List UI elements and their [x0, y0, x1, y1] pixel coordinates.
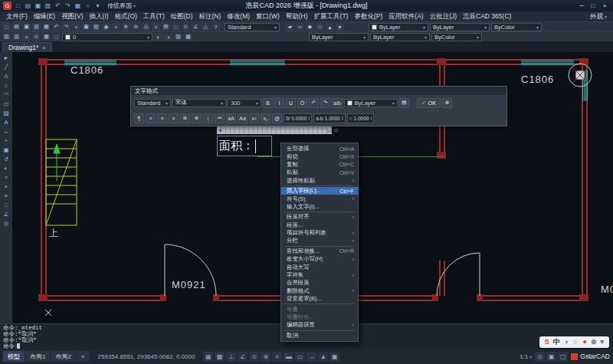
- scale-dropdown[interactable]: 1:1: [520, 353, 532, 360]
- layer-color-dropdown[interactable]: ByLayer: [309, 33, 369, 41]
- context-menu-item-12[interactable]: 段落...: [281, 221, 358, 229]
- osnap-toggle[interactable]: ⊙: [249, 352, 259, 362]
- copy-tool-icon[interactable]: ▣: [2, 146, 11, 154]
- context-menu-item-17[interactable]: 改变大小写(H)›: [281, 255, 358, 263]
- offset-tool-icon[interactable]: ≈: [2, 173, 11, 182]
- ruler-width-handle[interactable]: ▻: [327, 128, 331, 133]
- bold-button[interactable]: B: [263, 98, 273, 108]
- context-menu-item-7[interactable]: 插入字段(L)...Ctrl+F: [281, 187, 358, 195]
- context-menu-item-28[interactable]: 取消: [281, 332, 358, 339]
- circle-tool-icon[interactable]: ○: [2, 81, 11, 90]
- move-tool-icon[interactable]: +: [2, 136, 11, 145]
- block-icon[interactable]: □: [172, 23, 180, 31]
- dialog-color-dropdown[interactable]: ByLayer: [344, 99, 398, 107]
- options-menu-button[interactable]: ⊗: [442, 98, 452, 108]
- polar-toggle[interactable]: ∠: [238, 352, 247, 362]
- uppercase-button[interactable]: aA: [226, 113, 236, 123]
- line-spacing-button[interactable]: ↕: [203, 113, 213, 123]
- redo-button[interactable]: ↷: [320, 98, 330, 108]
- oblique-angle-field[interactable]: 0/ 0.0000: [284, 113, 312, 123]
- lineweight-toggle[interactable]: ▬: [284, 352, 293, 362]
- open-icon[interactable]: ▤: [12, 23, 21, 31]
- context-menu-item-11[interactable]: 段落对齐›: [281, 213, 358, 221]
- open-file-icon[interactable]: ▤: [24, 2, 32, 10]
- mtext-content[interactable]: 面积：: [219, 139, 254, 153]
- lock-ui-icon[interactable]: ▣: [546, 352, 556, 362]
- move-icon[interactable]: +: [112, 23, 120, 31]
- mic-icon[interactable]: ●: [582, 339, 586, 346]
- cloud-icon[interactable]: ○: [84, 2, 92, 10]
- context-menu-item-1[interactable]: 全部选择Ctrl+A: [281, 145, 358, 152]
- erase-tool-icon[interactable]: ×: [2, 182, 11, 191]
- menu-item-15[interactable]: 云批注(J): [427, 12, 460, 21]
- align-center-button[interactable]: ≡: [157, 113, 167, 123]
- context-menu-item-2[interactable]: 剪切Ctrl+X: [281, 152, 358, 160]
- context-menu-item-21[interactable]: 删除格式›: [281, 287, 358, 295]
- pan-icon[interactable]: ◉: [102, 23, 110, 31]
- sogou-input-icon[interactable]: S: [545, 339, 549, 346]
- menu-item-5[interactable]: 格式(O): [112, 12, 140, 21]
- text-style-dropdown[interactable]: Standard: [225, 23, 280, 31]
- maximize-button[interactable]: □: [588, 2, 598, 11]
- help-icon[interactable]: ?: [211, 23, 220, 31]
- hatch-tool-icon[interactable]: ▨: [2, 109, 11, 117]
- snap-toggle[interactable]: ▩: [215, 352, 225, 362]
- dialog-size-dropdown[interactable]: 300: [228, 99, 261, 107]
- paragraph-style-button[interactable]: ¶: [134, 113, 144, 123]
- match-properties-icon[interactable]: ▰: [286, 23, 294, 31]
- print-icon[interactable]: ▥: [32, 23, 41, 31]
- block-tool-icon[interactable]: □: [2, 201, 11, 209]
- zoom-extents-icon[interactable]: ◎: [142, 23, 150, 31]
- hatch-icon[interactable]: ▨: [174, 33, 182, 41]
- context-menu-item-26[interactable]: 编辑器设置›: [281, 321, 358, 329]
- mtext-ruler[interactable]: ◄ ▻: [217, 126, 332, 134]
- stack-button[interactable]: a/b: [332, 98, 343, 108]
- rectangle-tool-icon[interactable]: ▭: [2, 100, 11, 108]
- collapse-tray-icon[interactable]: ▾: [600, 339, 604, 346]
- tab-drawing1[interactable]: Drawing1*: [2, 42, 52, 52]
- ortho-toggle[interactable]: ⊥: [226, 352, 236, 362]
- menu-item-3[interactable]: 视图(V): [58, 12, 86, 21]
- menu-item-16[interactable]: 浩辰CAD 365(C): [460, 12, 514, 21]
- new-file-icon[interactable]: □: [14, 2, 22, 10]
- copy-icon[interactable]: ▣: [82, 23, 90, 31]
- layer-list-icon[interactable]: ▤: [162, 23, 170, 31]
- clean-screen-icon[interactable]: ▢: [558, 352, 568, 362]
- symbol-button[interactable]: @: [272, 113, 282, 123]
- align-right-button[interactable]: ≡: [169, 113, 179, 123]
- layer-properties-icon[interactable]: ▧: [2, 33, 11, 41]
- layer-manager-icon[interactable]: ≡: [152, 23, 160, 31]
- make-current-icon[interactable]: ◐: [154, 33, 162, 41]
- annotation-toggle[interactable]: ▲: [318, 352, 328, 362]
- menu-item-6[interactable]: 工具(T): [140, 12, 168, 21]
- redo-icon[interactable]: ↷: [62, 23, 70, 31]
- emoji-picker-icon[interactable]: ☺: [572, 339, 579, 346]
- context-menu-item-9[interactable]: 输入文字(I)...: [281, 203, 358, 211]
- spinner-icon[interactable]: [370, 116, 372, 120]
- rotate-tool-icon[interactable]: ↺: [2, 155, 11, 163]
- gradient-icon[interactable]: ▩: [184, 33, 192, 41]
- triangle-icon[interactable]: △: [202, 23, 210, 31]
- context-menu-item-14[interactable]: 分栏›: [281, 237, 358, 244]
- more-commands-icon[interactable]: ▾: [93, 2, 102, 10]
- lowercase-button[interactable]: Aa: [238, 113, 247, 123]
- otrack-toggle[interactable]: ⊕: [261, 352, 270, 362]
- line-tool-icon[interactable]: ╱: [2, 63, 11, 71]
- polyline-tool-icon[interactable]: Λ: [2, 72, 11, 80]
- fullwidth-icon[interactable]: ◑: [564, 339, 568, 346]
- align-left-button[interactable]: ≡: [146, 113, 156, 123]
- menu-item-4[interactable]: 插入(I): [87, 12, 112, 21]
- overline-button[interactable]: Ō: [297, 98, 307, 108]
- workspace-toggle[interactable]: ▣: [329, 352, 339, 362]
- text-tool-icon[interactable]: A: [2, 118, 11, 126]
- save-icon[interactable]: ▣: [34, 2, 42, 10]
- isolate-objects-icon[interactable]: ◎: [535, 352, 545, 362]
- cut-icon[interactable]: ×: [72, 23, 80, 31]
- menu-item-13[interactable]: 参数化(P): [351, 12, 385, 21]
- cycling-toggle[interactable]: ↔: [306, 352, 316, 362]
- distribute-button[interactable]: ≣: [192, 113, 202, 123]
- zoom-in-icon[interactable]: ⊕: [122, 23, 130, 31]
- context-menu-item-8[interactable]: 符号(S)›: [281, 195, 358, 202]
- ungroup-icon[interactable]: ▼: [336, 23, 344, 31]
- linetype-manager-icon[interactable]: ▱: [296, 23, 304, 31]
